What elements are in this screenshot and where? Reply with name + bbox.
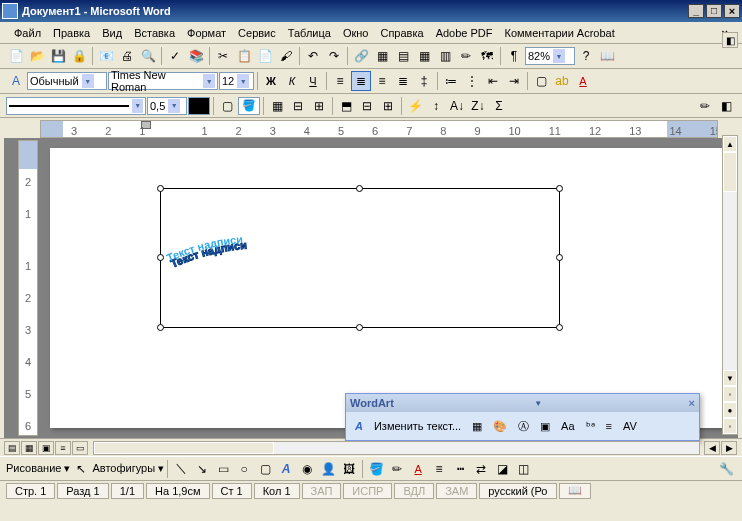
arrow-style-icon[interactable]: ⇄: [471, 459, 491, 479]
status-ext[interactable]: ВДЛ: [394, 483, 434, 499]
align-left-icon[interactable]: ≡: [330, 71, 350, 91]
outdent-icon[interactable]: ⇤: [483, 71, 503, 91]
picture-icon[interactable]: 🖼: [339, 459, 359, 479]
wordart-object[interactable]: Текст надписи Текст надписи: [160, 188, 560, 328]
3d-icon[interactable]: ◫: [513, 459, 533, 479]
save-icon[interactable]: 💾: [48, 46, 68, 66]
drawing-icon[interactable]: ✏: [456, 46, 476, 66]
read-icon[interactable]: 📖: [597, 46, 617, 66]
paste-icon[interactable]: 📄: [255, 46, 275, 66]
wordart-shape-icon[interactable]: Ⓐ: [513, 415, 534, 437]
maximize-button[interactable]: □: [706, 4, 722, 18]
font-color2-icon[interactable]: A: [408, 459, 428, 479]
cut-icon[interactable]: ✂: [213, 46, 233, 66]
wordart-toolbar-options-icon[interactable]: ▼: [534, 399, 542, 408]
select-objects-icon[interactable]: ↖: [71, 459, 91, 479]
align-right-icon[interactable]: ≡: [372, 71, 392, 91]
clipart-icon[interactable]: 👤: [318, 459, 338, 479]
wordart-toolbar-header[interactable]: WordArt ▼ ×: [346, 394, 699, 412]
font-combo[interactable]: Times New Roman▼: [108, 72, 218, 90]
bold-icon[interactable]: Ж: [261, 71, 281, 91]
text-wrapping-icon[interactable]: ▣: [535, 415, 555, 437]
autoformat-icon[interactable]: ⚡: [405, 96, 425, 116]
format-wordart-icon[interactable]: 🎨: [488, 415, 512, 437]
menu-file[interactable]: Файл: [8, 25, 47, 41]
sort-desc-icon[interactable]: Z↓: [468, 96, 488, 116]
print-icon[interactable]: 🖨: [117, 46, 137, 66]
dash-style-icon[interactable]: ┅: [450, 459, 470, 479]
rectangle-icon[interactable]: ▭: [213, 459, 233, 479]
align-top-icon[interactable]: ⬒: [336, 96, 356, 116]
fill-color-icon[interactable]: 🪣: [366, 459, 386, 479]
scroll-left-icon[interactable]: ◀: [704, 441, 720, 455]
line-color-icon[interactable]: ✏: [387, 459, 407, 479]
status-rec[interactable]: ЗАП: [302, 483, 342, 499]
format-painter-icon[interactable]: 🖌: [276, 46, 296, 66]
columns-icon[interactable]: ▥: [435, 46, 455, 66]
menu-help[interactable]: Справка: [374, 25, 429, 41]
docmap-icon[interactable]: 🗺: [477, 46, 497, 66]
line-style-combo[interactable]: ▼: [6, 97, 146, 115]
autoshapes-menu[interactable]: Автофигуры ▾: [92, 462, 164, 475]
insert-table2-icon[interactable]: ▦: [267, 96, 287, 116]
alignment-icon[interactable]: ≡: [601, 415, 617, 437]
arrow-icon[interactable]: ↘: [192, 459, 212, 479]
borders-icon[interactable]: ▢: [531, 71, 551, 91]
reading-view-icon[interactable]: ▭: [72, 441, 88, 455]
draw-menu[interactable]: Рисование ▾: [6, 462, 70, 475]
size-combo[interactable]: 12▼: [219, 72, 254, 90]
page[interactable]: Текст надписи Текст надписи: [50, 148, 728, 428]
shading-color-icon[interactable]: 🪣: [238, 97, 260, 115]
permission-icon[interactable]: 🔒: [69, 46, 89, 66]
outside-border-icon[interactable]: ▢: [217, 96, 237, 116]
side-btn-2[interactable]: 🔧: [716, 459, 736, 479]
sort-asc-icon[interactable]: A↓: [447, 96, 467, 116]
wordart-gallery-icon[interactable]: ▦: [467, 415, 487, 437]
styles-icon[interactable]: A: [6, 71, 26, 91]
border-color-icon[interactable]: [188, 97, 210, 115]
text-direction-icon[interactable]: ↕: [426, 96, 446, 116]
underline-icon[interactable]: Ч: [303, 71, 323, 91]
italic-icon[interactable]: К: [282, 71, 302, 91]
print-view-icon[interactable]: ▣: [38, 441, 54, 455]
new-icon[interactable]: 📄: [6, 46, 26, 66]
close-button[interactable]: ×: [724, 4, 740, 18]
distribute-rows-icon[interactable]: ⊟: [357, 96, 377, 116]
browse-object-icon[interactable]: ●: [723, 402, 737, 418]
edit-text-button[interactable]: Изменить текст...: [369, 415, 466, 437]
vertical-text-icon[interactable]: ᵇᵃ: [581, 415, 600, 437]
line-style-icon[interactable]: ≡: [429, 459, 449, 479]
scroll-down-icon[interactable]: ▼: [723, 370, 737, 386]
scroll-right-icon[interactable]: ▶: [721, 441, 737, 455]
insert-table-icon[interactable]: ▤: [393, 46, 413, 66]
side-btn-1[interactable]: ◧: [722, 32, 738, 48]
mail-icon[interactable]: 📧: [96, 46, 116, 66]
bullets-icon[interactable]: ⋮: [462, 71, 482, 91]
same-heights-icon[interactable]: Aa: [556, 415, 579, 437]
hyperlink-icon[interactable]: 🔗: [351, 46, 371, 66]
show-para-icon[interactable]: ¶: [504, 46, 524, 66]
char-spacing-icon[interactable]: AV: [618, 415, 642, 437]
prev-page-icon[interactable]: ◦: [723, 386, 737, 402]
menu-format[interactable]: Формат: [181, 25, 232, 41]
vertical-scrollbar[interactable]: ▲ ▼ ◦ ● ◦: [722, 135, 738, 435]
numbering-icon[interactable]: ≔: [441, 71, 461, 91]
oval-icon[interactable]: ○: [234, 459, 254, 479]
spellcheck-icon[interactable]: ✓: [165, 46, 185, 66]
web-view-icon[interactable]: ▦: [21, 441, 37, 455]
help-icon[interactable]: ?: [576, 46, 596, 66]
research-icon[interactable]: 📚: [186, 46, 206, 66]
status-trk[interactable]: ИСПР: [343, 483, 392, 499]
menu-adobe-pdf[interactable]: Adobe PDF: [430, 25, 499, 41]
horizontal-scrollbar[interactable]: [93, 441, 700, 455]
zoom-combo[interactable]: 82%▼: [525, 47, 575, 65]
line-spacing-icon[interactable]: ‡: [414, 71, 434, 91]
next-page-icon[interactable]: ◦: [723, 418, 737, 434]
font-color-icon[interactable]: A: [573, 71, 593, 91]
line-weight-combo[interactable]: 0,5▼: [147, 97, 187, 115]
diagram-icon[interactable]: ◉: [297, 459, 317, 479]
insert-wordart2-icon[interactable]: A: [276, 459, 296, 479]
minimize-button[interactable]: _: [688, 4, 704, 18]
status-ovr[interactable]: ЗАМ: [436, 483, 477, 499]
scroll-thumb[interactable]: [723, 152, 737, 192]
